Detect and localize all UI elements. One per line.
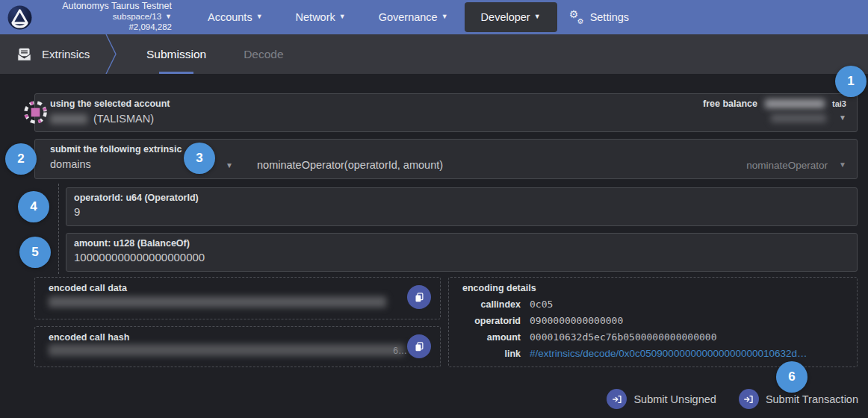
encoded-call-hash-label: encoded call hash xyxy=(49,332,129,343)
menu-item-settings[interactable]: ⚙⚙ Settings xyxy=(557,0,641,34)
section-header: Extrinsics xyxy=(16,47,100,62)
copy-call-data-button[interactable] xyxy=(407,285,431,309)
param-operatorid-label: operatorId: u64 (OperatorId) xyxy=(74,193,199,203)
encoded-call-hash-redacted xyxy=(49,344,404,356)
gears-icon: ⚙⚙ xyxy=(569,10,584,24)
extrinsic-select-label: submit the following extrinsic xyxy=(50,144,182,155)
account-name-redacted xyxy=(50,114,87,124)
chevron-down-icon: ▼ xyxy=(256,13,263,20)
param-operatorid: operatorId: u64 (OperatorId) 9 xyxy=(66,187,858,226)
encoded-call-data-redacted xyxy=(49,296,386,308)
pallet-select[interactable]: domains xyxy=(50,158,91,170)
extrinsic-select: submit the following extrinsic domains ▼… xyxy=(34,139,858,179)
params-tree-guide xyxy=(58,184,59,274)
chevron-down-icon: ▼ xyxy=(839,160,846,169)
chevron-down-icon[interactable]: ▼ xyxy=(839,113,846,122)
balance-unit: tai3 xyxy=(832,99,846,108)
callindex-label: callindex xyxy=(462,299,521,310)
breadcrumb-chevron-icon xyxy=(105,34,118,74)
callout-badge-3: 3 xyxy=(184,143,215,174)
encoding-details-title: encoding details xyxy=(462,283,536,293)
extrinsics-page: Autonomys Taurus Testnet subspace/13▼ #2… xyxy=(0,0,868,418)
account-select-label: using the selected account xyxy=(50,99,170,109)
chain-name: Autonomys Taurus Testnet xyxy=(40,1,172,12)
account-name-suffix: (TALISMAN) xyxy=(93,113,154,125)
main-menu: Accounts▼ Network▼ Governance▼ Developer… xyxy=(191,0,641,34)
encoding-details-box: encoding details callindex 0c05 operator… xyxy=(448,277,858,367)
operatorid-value: 0900000000000000 xyxy=(530,315,807,326)
callindex-value: 0c05 xyxy=(530,299,807,310)
tab-decode[interactable]: Decode xyxy=(244,34,283,74)
account-select[interactable]: using the selected account (TALISMAN) fr… xyxy=(34,93,858,132)
amount-label: amount xyxy=(462,332,521,343)
link-label: link xyxy=(462,349,521,359)
param-amount: amount: u128 (BalanceOf) 100000000000000… xyxy=(66,233,858,272)
free-balance-value-redacted xyxy=(765,99,825,108)
method-select[interactable]: nominateOperator ▼ xyxy=(746,160,846,171)
tab-bar: Extrinsics Submission Decode xyxy=(0,34,868,74)
callout-badge-6: 6 xyxy=(776,361,807,393)
selected-account: (TALISMAN) xyxy=(50,113,154,125)
encoded-call-hash-box: encoded call hash 6… xyxy=(34,326,441,367)
autonomys-logo-icon xyxy=(7,5,32,30)
operatorid-label: operatorid xyxy=(462,316,521,326)
tabs: Submission Decode xyxy=(146,34,284,74)
chevron-down-icon: ▼ xyxy=(165,13,172,20)
amount-value: 000010632d5ec76b0500000000000000 xyxy=(530,331,807,343)
hash-visible-tail: 6… xyxy=(393,346,407,356)
chevron-down-icon: ▼ xyxy=(534,13,541,20)
param-operatorid-input[interactable]: 9 xyxy=(74,205,80,218)
best-block-number: #2,094,282 xyxy=(40,22,172,33)
account-identicon xyxy=(23,100,48,125)
call-signature: nominateOperator(operatorId, amount) xyxy=(257,159,443,171)
extrinsics-icon xyxy=(16,47,32,62)
callout-badge-2: 2 xyxy=(5,143,37,175)
sign-in-icon xyxy=(739,389,759,409)
copy-call-hash-button[interactable] xyxy=(407,334,431,358)
chain-info: Autonomys Taurus Testnet subspace/13▼ #2… xyxy=(40,1,172,33)
free-balance-block: free balance tai3 ▼ xyxy=(703,99,846,122)
sign-in-icon xyxy=(607,389,627,409)
encoding-details-grid: callindex 0c05 operatorid 09000000000000… xyxy=(462,299,807,359)
encoded-call-data-label: encoded call data xyxy=(49,283,127,293)
tab-submission[interactable]: Submission xyxy=(146,34,206,74)
submit-unsigned-button[interactable]: Submit Unsigned xyxy=(607,389,716,409)
param-amount-input[interactable]: 100000000000000000000 xyxy=(74,251,205,263)
copy-icon xyxy=(414,292,425,303)
copy-icon xyxy=(414,341,425,352)
menu-item-governance[interactable]: Governance▼ xyxy=(362,0,465,34)
encoded-call-data-box: encoded call data xyxy=(34,277,441,319)
param-amount-label: amount: u128 (BalanceOf) xyxy=(74,238,190,249)
menu-item-developer[interactable]: Developer▼ xyxy=(465,2,557,32)
submit-actions: Submit Unsigned Submit Transaction xyxy=(607,389,858,409)
runtime-version-selector[interactable]: subspace/13▼ xyxy=(40,12,172,23)
callout-badge-5: 5 xyxy=(19,237,51,268)
top-navbar: Autonomys Taurus Testnet subspace/13▼ #2… xyxy=(0,0,868,34)
chevron-down-icon[interactable]: ▼ xyxy=(226,161,233,169)
free-balance-label: free balance xyxy=(703,99,757,109)
secondary-balance-redacted xyxy=(771,114,826,122)
chevron-down-icon: ▼ xyxy=(441,13,448,20)
submit-transaction-button[interactable]: Submit Transaction xyxy=(739,389,858,409)
menu-item-accounts[interactable]: Accounts▼ xyxy=(191,0,279,34)
chevron-down-icon: ▼ xyxy=(339,13,346,20)
callout-badge-4: 4 xyxy=(18,191,49,222)
section-title: Extrinsics xyxy=(42,48,90,60)
callout-badge-1: 1 xyxy=(835,66,867,97)
decode-link[interactable]: #/extrinsics/decode/0x0c0509000000000000… xyxy=(530,348,807,359)
menu-item-network[interactable]: Network▼ xyxy=(279,0,362,34)
